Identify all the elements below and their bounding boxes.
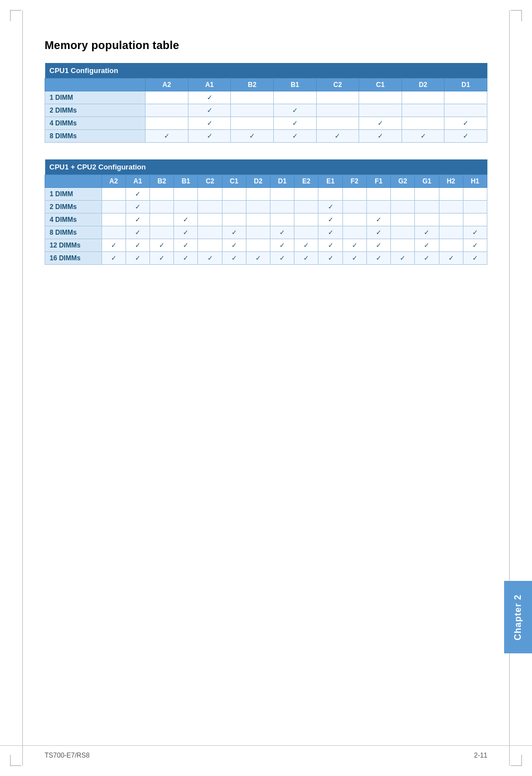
col-header-A1: A1 xyxy=(188,79,231,91)
table-cell: ✓ xyxy=(198,252,222,265)
check-mark: ✓ xyxy=(352,241,357,249)
col-header-H1: H1 xyxy=(463,175,487,188)
cpu1-table: CPU1 ConfigurationA2A1B2B1C2C1D2D11 DIMM… xyxy=(45,63,487,143)
table-cell: ✓ xyxy=(222,239,246,252)
table-cell xyxy=(439,239,463,252)
col-header-D1: D1 xyxy=(444,79,487,91)
table-cell xyxy=(439,226,463,239)
check-mark: ✓ xyxy=(231,254,237,262)
table-cell xyxy=(391,239,415,252)
row-label: 16 DIMMs xyxy=(45,252,102,265)
table-cell: ✓ xyxy=(270,226,294,239)
check-mark: ✓ xyxy=(378,132,383,140)
table-cell: ✓ xyxy=(359,117,402,130)
table-cell xyxy=(231,91,274,104)
row-label: 4 DIMMs xyxy=(45,214,102,226)
table-cell xyxy=(342,214,366,226)
table-cell: ✓ xyxy=(274,117,317,130)
check-mark: ✓ xyxy=(303,254,309,262)
page: Memory population table CPU1 Configurati… xyxy=(0,0,532,776)
table-cell xyxy=(366,201,390,214)
table-cell xyxy=(222,214,246,226)
table-cell: ✓ xyxy=(270,239,294,252)
table-cell xyxy=(294,226,318,239)
table-row: 1 DIMM✓ xyxy=(45,91,487,104)
table-row: 2 DIMMs✓✓ xyxy=(45,201,487,214)
col-header-G1: G1 xyxy=(415,175,439,188)
table-cell: ✓ xyxy=(415,239,439,252)
table-cell: ✓ xyxy=(366,239,390,252)
table-row: 4 DIMMs✓✓✓✓ xyxy=(45,214,487,226)
check-mark: ✓ xyxy=(328,254,333,262)
table-row: 4 DIMMs✓✓✓✓ xyxy=(45,117,487,130)
check-mark: ✓ xyxy=(335,132,340,140)
check-mark: ✓ xyxy=(400,254,405,262)
table-cell xyxy=(146,91,188,104)
table-row: 1 DIMM✓ xyxy=(45,188,487,201)
check-mark: ✓ xyxy=(328,241,333,249)
row-label: 4 DIMMs xyxy=(45,117,146,130)
row-label: 1 DIMM xyxy=(45,188,102,201)
col-header-F1: F1 xyxy=(366,175,390,188)
check-mark: ✓ xyxy=(424,241,429,249)
chapter-label: Chapter 2 xyxy=(513,594,523,641)
table-cell: ✓ xyxy=(318,214,342,226)
table-cell: ✓ xyxy=(318,226,342,239)
table-cell xyxy=(222,201,246,214)
table-cell xyxy=(391,201,415,214)
col-header-D2: D2 xyxy=(246,175,270,188)
col-header-F2: F2 xyxy=(342,175,366,188)
check-mark: ✓ xyxy=(472,241,478,249)
table-cell xyxy=(318,188,342,201)
check-mark: ✓ xyxy=(472,229,478,236)
row-label: 2 DIMMs xyxy=(45,104,146,117)
check-mark: ✓ xyxy=(376,229,381,236)
table-cell xyxy=(463,214,487,226)
col-header-C1: C1 xyxy=(222,175,246,188)
col-header-A2: A2 xyxy=(146,79,188,91)
table-cell: ✓ xyxy=(415,226,439,239)
table-cell: ✓ xyxy=(188,117,231,130)
table-cell xyxy=(231,104,274,117)
table-cell xyxy=(342,188,366,201)
check-mark: ✓ xyxy=(448,254,454,262)
table-cell xyxy=(366,188,390,201)
check-mark: ✓ xyxy=(328,203,333,211)
table-cell xyxy=(391,214,415,226)
table-cell xyxy=(439,214,463,226)
table-cell xyxy=(270,214,294,226)
check-mark: ✓ xyxy=(207,254,213,262)
table-cell xyxy=(246,214,270,226)
table-row: 16 DIMMs✓✓✓✓✓✓✓✓✓✓✓✓✓✓✓✓ xyxy=(45,252,487,265)
col-header-C2: C2 xyxy=(316,79,359,91)
table-cell: ✓ xyxy=(318,252,342,265)
check-mark: ✓ xyxy=(231,241,237,249)
table-cell xyxy=(439,188,463,201)
table-cell: ✓ xyxy=(270,252,294,265)
table-cell: ✓ xyxy=(125,214,149,226)
table-cell xyxy=(402,117,444,130)
table-cell xyxy=(198,188,222,201)
table-cell: ✓ xyxy=(391,252,415,265)
check-mark: ✓ xyxy=(135,203,141,211)
check-mark: ✓ xyxy=(135,254,141,262)
check-mark: ✓ xyxy=(207,132,212,140)
table-cell: ✓ xyxy=(366,226,390,239)
table-cell: ✓ xyxy=(246,252,270,265)
check-mark: ✓ xyxy=(135,241,141,249)
table-cell xyxy=(402,104,444,117)
check-mark: ✓ xyxy=(376,216,381,224)
table-cell xyxy=(415,188,439,201)
check-mark: ✓ xyxy=(279,229,285,236)
table-cell: ✓ xyxy=(463,226,487,239)
col-header-E2: E2 xyxy=(294,175,318,188)
table-cell xyxy=(150,214,174,226)
check-mark: ✓ xyxy=(183,241,188,249)
table-cell: ✓ xyxy=(188,91,231,104)
table-cell xyxy=(391,188,415,201)
table-cell xyxy=(101,226,125,239)
table-cell: ✓ xyxy=(366,214,390,226)
vline-left xyxy=(22,10,23,766)
check-mark: ✓ xyxy=(279,254,285,262)
col-header-D2: D2 xyxy=(402,79,444,91)
